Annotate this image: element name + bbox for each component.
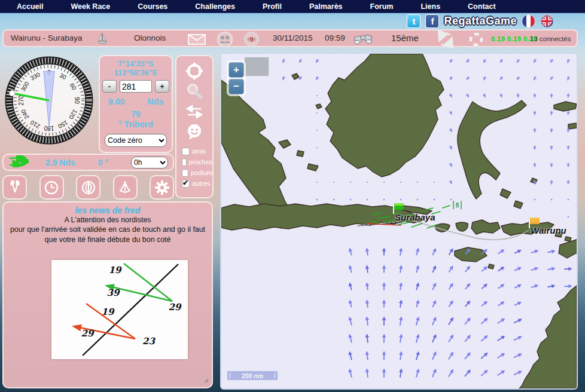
map-scale-bar: 200 nm — [226, 370, 279, 381]
svg-text:90: 90 — [74, 97, 80, 104]
checkbox-amis-label[interactable]: amis — [192, 148, 206, 155]
gate-number: 8 — [456, 202, 459, 209]
wind-shift-diagram: 19 39 29 19 29 23 — [51, 260, 188, 359]
surabaya-flag-marker[interactable] — [394, 203, 404, 210]
binoculars-icon[interactable] — [352, 32, 375, 48]
diagram-red-start: 19 — [102, 307, 115, 317]
position-panel: 7°14'35"S 112°58'36"E - + 9.00 Nds 79 ° … — [99, 55, 173, 153]
nav-item-accueil[interactable]: Accueil — [17, 2, 43, 11]
nav-item-courses[interactable]: Courses — [138, 2, 167, 11]
checkbox-autres-label[interactable]: autres — [192, 180, 211, 187]
zoom-in-button[interactable]: + — [228, 62, 244, 78]
wind-bar: 2.9 Nds 0 ° 0h — [2, 154, 174, 171]
instrument-buttons-row — [2, 175, 174, 200]
heading-plus-button[interactable]: + — [155, 80, 169, 93]
wind-icon — [8, 155, 29, 170]
social-row: t f RegattaGame — [407, 14, 554, 28]
checkbox-proches-label[interactable]: proches — [189, 158, 212, 166]
layline — [83, 264, 178, 356]
news-title: les news de fred — [4, 206, 212, 215]
filter-checkbox-list: amis proches podium autres — [176, 146, 212, 189]
brand-logo: RegattaGame — [444, 15, 517, 27]
compass-heading-dot[interactable] — [10, 90, 15, 96]
timer-button[interactable] — [39, 175, 64, 200]
sail-select[interactable]: Code zéro — [105, 134, 167, 147]
diagram-green-start: 19 — [109, 265, 122, 275]
svg-text:270: 270 — [18, 95, 25, 105]
top-navigation: Accueil Week Race Courses Challenges Pro… — [0, 0, 585, 13]
heading-input[interactable] — [120, 80, 152, 93]
diagram-green-vertex: 29 — [169, 302, 182, 313]
news-line: pour que l'arrivée soit validée en cas d… — [4, 225, 212, 234]
nav-item-week-race[interactable]: Week Race — [71, 2, 110, 11]
boat-speed-unit: Nds — [148, 97, 163, 106]
race-time: 09:59 — [325, 33, 345, 42]
twitter-icon[interactable]: t — [407, 14, 421, 28]
nav-item-challenges[interactable]: Challenges — [195, 2, 235, 11]
helm-button[interactable] — [76, 175, 100, 200]
checkbox-podium-label[interactable]: podium — [191, 169, 212, 176]
diagram-green-arrow: 39 — [107, 287, 120, 298]
latitude-value: 7°14'35"S — [100, 59, 172, 68]
uk-flag-icon[interactable] — [540, 14, 554, 28]
wind-angle-value: 79 — [100, 109, 172, 119]
zoom-out-button[interactable]: − — [228, 79, 244, 94]
surabaya-label: Surabaya — [395, 212, 435, 222]
nav-item-liens[interactable]: Liens — [421, 2, 440, 11]
nav-item-palmares[interactable]: Palmarès — [309, 2, 343, 11]
nav-item-contact[interactable]: Contact — [468, 2, 496, 11]
connected-count: 13 connectés — [530, 35, 571, 42]
center-target-icon[interactable] — [184, 61, 205, 81]
race-map[interactable]: 8 + − Surabaya Wairunu 200 nm — [220, 53, 578, 390]
wind-speed-value: 2.9 Nds — [45, 158, 75, 167]
status-bar: Wairunu - Surabaya Olonnois $9$ 30/11/20… — [2, 29, 578, 47]
tack-label: ° Tribord — [100, 120, 172, 129]
sextant-button[interactable] — [113, 175, 138, 200]
wairunu-flag-marker[interactable] — [530, 218, 540, 224]
diagram-red-vertex: 23 — [142, 336, 156, 347]
news-line: que votre ité finale débute du bon coté — [4, 235, 212, 244]
polars-button[interactable] — [2, 175, 27, 200]
nav-item-profil[interactable]: Profil — [263, 2, 282, 11]
wairunu-label: Wairunu — [531, 225, 566, 235]
race-name: Wairunu - Surabaya — [11, 33, 83, 42]
scale-label: 200 nm — [242, 372, 263, 379]
longitude-value: 112°58'36"E — [100, 68, 172, 77]
help-lifebuoy-icon[interactable] — [468, 31, 485, 50]
chat-smiley-icon[interactable] — [184, 122, 205, 142]
skipper-name: Olonnois — [134, 33, 166, 42]
race-date: 30/11/2015 — [273, 33, 313, 42]
facebook-icon[interactable]: f — [425, 14, 439, 28]
news-panel: les news de fred A L'attention des nordi… — [2, 201, 213, 388]
checkbox-amis[interactable] — [182, 148, 190, 155]
heading-minus-button[interactable]: - — [102, 80, 117, 93]
credits-icon[interactable]: $9$ — [244, 32, 259, 47]
french-flag-icon[interactable] — [522, 14, 535, 28]
refresh-icon[interactable] — [437, 30, 455, 51]
settings-gear-button[interactable] — [150, 175, 174, 200]
friends-icon[interactable] — [217, 31, 233, 50]
boat-speed-value: 9.00 — [108, 97, 124, 106]
wind-direction-value: 0 ° — [98, 158, 108, 167]
map-zoom-control: + − — [227, 60, 246, 96]
news-line: A L'attention des nordistes — [4, 215, 212, 225]
minimap-box[interactable] — [244, 57, 269, 76]
checkbox-proches[interactable] — [182, 158, 187, 166]
mail-icon[interactable] — [188, 34, 206, 47]
forecast-select[interactable]: 0h — [131, 157, 168, 169]
sailboat-icon — [97, 32, 109, 47]
nav-item-forum[interactable]: Forum — [370, 2, 394, 11]
checkbox-autres[interactable] — [182, 180, 190, 188]
magnifier-icon[interactable] — [184, 81, 205, 102]
swap-arrows-icon[interactable] — [184, 102, 205, 122]
map-tools-panel: amis proches podium autres — [175, 55, 214, 198]
compass: 0306090120150180210240270300330 — [4, 55, 95, 146]
diagram-red-arrow: 29 — [81, 328, 95, 339]
race-rank: 15ème — [391, 33, 419, 43]
resize-handle-icon[interactable] — [203, 375, 209, 385]
checkbox-podium[interactable] — [182, 169, 188, 177]
